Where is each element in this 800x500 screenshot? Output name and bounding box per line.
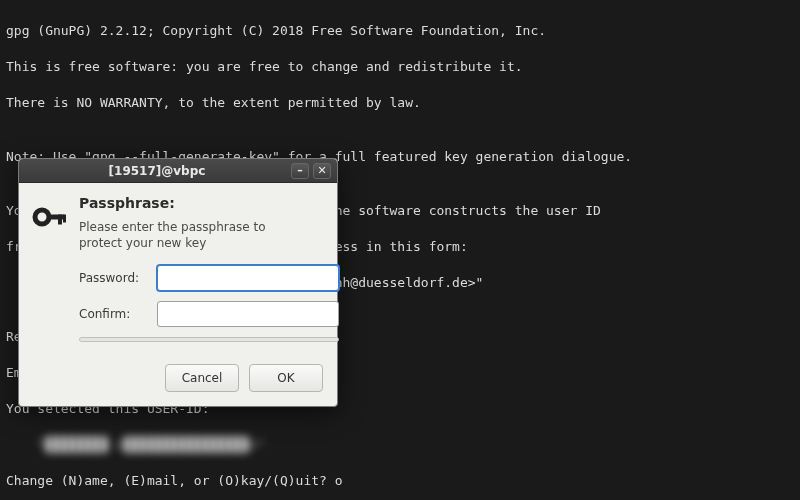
dialog-heading: Passphrase: [79, 195, 339, 211]
minimize-button[interactable]: – [291, 163, 309, 179]
passphrase-strength-meter [79, 337, 339, 342]
terminal-line: "████████ <████████████████>" [6, 436, 794, 454]
dialog-title: [19517]@vbpc [27, 164, 287, 178]
svg-rect-2 [58, 215, 62, 225]
terminal-line: Change (N)ame, (E)mail, or (O)kay/(Q)uit… [6, 472, 794, 490]
ok-button[interactable]: OK [249, 364, 323, 392]
confirm-input[interactable] [157, 301, 339, 327]
password-input[interactable] [157, 265, 339, 291]
svg-point-0 [35, 210, 49, 224]
password-label: Password: [79, 271, 149, 285]
svg-rect-3 [63, 215, 66, 223]
dialog-titlebar[interactable]: [19517]@vbpc – ✕ [19, 159, 337, 183]
confirm-label: Confirm: [79, 307, 149, 321]
terminal-line: gpg (GnuPG) 2.2.12; Copyright (C) 2018 F… [6, 22, 794, 40]
terminal-line: There is NO WARRANTY, to the extent perm… [6, 94, 794, 112]
close-button[interactable]: ✕ [313, 163, 331, 179]
key-icon [31, 199, 67, 352]
terminal-line: This is free software: you are free to c… [6, 58, 794, 76]
cancel-button[interactable]: Cancel [165, 364, 239, 392]
passphrase-dialog: [19517]@vbpc – ✕ Passphrase: Please ente… [18, 158, 338, 407]
dialog-description: Please enter the passphrase to protect y… [79, 219, 289, 251]
